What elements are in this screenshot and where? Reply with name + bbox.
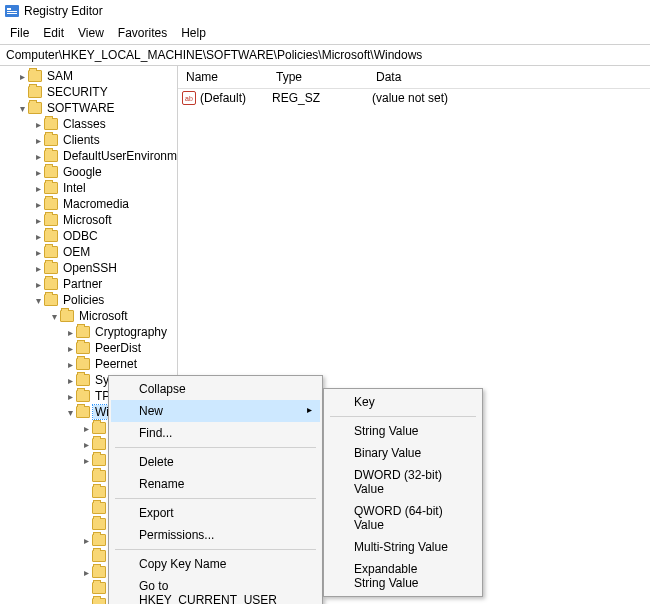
expand-icon[interactable]	[32, 215, 44, 226]
ctx-new-dword[interactable]: DWORD (32-bit) Value	[326, 464, 480, 500]
expand-icon[interactable]	[16, 103, 28, 114]
tree-item-peerdist[interactable]: PeerDist	[0, 340, 177, 356]
folder-icon	[44, 150, 58, 162]
ctx-rename[interactable]: Rename	[111, 473, 320, 495]
tree-item-policies-microsoft[interactable]: Microsoft	[0, 308, 177, 324]
expand-icon[interactable]	[32, 183, 44, 194]
ctx-new-key[interactable]: Key	[326, 391, 480, 413]
expand-icon[interactable]	[32, 295, 44, 306]
expand-icon[interactable]	[64, 359, 76, 370]
folder-icon	[44, 246, 58, 258]
title: Registry Editor	[24, 4, 103, 18]
tree-item-intel[interactable]: Intel	[0, 180, 177, 196]
tree-item-openssh[interactable]: OpenSSH	[0, 260, 177, 276]
expand-icon[interactable]	[64, 391, 76, 402]
ctx-new-expandable[interactable]: Expandable String Value	[326, 558, 480, 594]
tree-item-defaultuserenv[interactable]: DefaultUserEnvironme	[0, 148, 177, 164]
folder-icon	[92, 438, 106, 450]
folder-icon	[76, 374, 90, 386]
tree-item-clients[interactable]: Clients	[0, 132, 177, 148]
expand-icon[interactable]	[32, 167, 44, 178]
folder-icon	[92, 534, 106, 546]
folder-icon	[76, 358, 90, 370]
expand-icon[interactable]	[48, 311, 60, 322]
ctx-copykey[interactable]: Copy Key Name	[111, 553, 320, 575]
svg-rect-3	[7, 13, 17, 14]
menu-file[interactable]: File	[4, 24, 35, 42]
folder-icon	[44, 182, 58, 194]
context-submenu-new: Key String Value Binary Value DWORD (32-…	[323, 388, 483, 597]
tree-item-microsoft[interactable]: Microsoft	[0, 212, 177, 228]
ctx-new-qword[interactable]: QWORD (64-bit) Value	[326, 500, 480, 536]
expand-icon[interactable]	[80, 455, 92, 466]
tree-item-macromedia[interactable]: Macromedia	[0, 196, 177, 212]
separator	[115, 498, 316, 499]
list-header: Name Type Data	[178, 66, 650, 89]
tree-item-classes[interactable]: Classes	[0, 116, 177, 132]
folder-icon	[92, 470, 106, 482]
expand-icon[interactable]	[32, 119, 44, 130]
expand-icon[interactable]	[32, 151, 44, 162]
menu-edit[interactable]: Edit	[37, 24, 70, 42]
expand-icon[interactable]	[80, 567, 92, 578]
expand-icon[interactable]	[64, 375, 76, 386]
menu-help[interactable]: Help	[175, 24, 212, 42]
expand-icon[interactable]	[16, 71, 28, 82]
menu-favorites[interactable]: Favorites	[112, 24, 173, 42]
expand-icon[interactable]	[80, 535, 92, 546]
col-type[interactable]: Type	[268, 66, 368, 88]
separator	[115, 447, 316, 448]
expand-icon[interactable]	[64, 343, 76, 354]
ctx-find[interactable]: Find...	[111, 422, 320, 444]
ctx-permissions[interactable]: Permissions...	[111, 524, 320, 546]
folder-icon	[92, 582, 106, 594]
tree-item-google[interactable]: Google	[0, 164, 177, 180]
value-row-default[interactable]: (Default) REG_SZ (value not set)	[178, 89, 650, 107]
ctx-new-string[interactable]: String Value	[326, 420, 480, 442]
expand-icon[interactable]	[80, 439, 92, 450]
menu-view[interactable]: View	[72, 24, 110, 42]
col-name[interactable]: Name	[178, 66, 268, 88]
tree-item-partner[interactable]: Partner	[0, 276, 177, 292]
folder-icon	[28, 86, 42, 98]
address-bar[interactable]: Computer\HKEY_LOCAL_MACHINE\SOFTWARE\Pol…	[0, 45, 650, 66]
folder-icon	[60, 310, 74, 322]
expand-icon[interactable]	[80, 423, 92, 434]
folder-icon	[92, 502, 106, 514]
tree-item-security[interactable]: SECURITY	[0, 84, 177, 100]
folder-icon	[92, 598, 106, 604]
folder-icon	[44, 166, 58, 178]
expand-icon[interactable]	[32, 231, 44, 242]
folder-icon	[44, 118, 58, 130]
folder-icon	[44, 230, 58, 242]
separator	[330, 416, 476, 417]
tree-item-software[interactable]: SOFTWARE	[0, 100, 177, 116]
tree-item-odbc[interactable]: ODBC	[0, 228, 177, 244]
ctx-new-multistring[interactable]: Multi-String Value	[326, 536, 480, 558]
titlebar: Registry Editor	[0, 0, 650, 22]
col-data[interactable]: Data	[368, 66, 650, 88]
expand-icon[interactable]	[32, 247, 44, 258]
ctx-delete[interactable]: Delete	[111, 451, 320, 473]
expand-icon[interactable]	[32, 135, 44, 146]
tree-item-peernet[interactable]: Peernet	[0, 356, 177, 372]
ctx-goto-hkcu[interactable]: Go to HKEY_CURRENT_USER	[111, 575, 320, 604]
ctx-collapse[interactable]: Collapse	[111, 378, 320, 400]
expand-icon[interactable]	[64, 407, 76, 418]
expand-icon[interactable]	[32, 199, 44, 210]
folder-icon	[44, 214, 58, 226]
tree-item-sam[interactable]: SAM	[0, 68, 177, 84]
folder-icon	[76, 342, 90, 354]
regedit-icon	[4, 3, 20, 19]
expand-icon[interactable]	[64, 327, 76, 338]
ctx-new-binary[interactable]: Binary Value	[326, 442, 480, 464]
tree-item-cryptography[interactable]: Cryptography	[0, 324, 177, 340]
ctx-new[interactable]: New▸	[111, 400, 320, 422]
expand-icon[interactable]	[32, 263, 44, 274]
tree-item-policies[interactable]: Policies	[0, 292, 177, 308]
submenu-arrow-icon: ▸	[307, 404, 312, 415]
expand-icon[interactable]	[32, 279, 44, 290]
tree-item-oem[interactable]: OEM	[0, 244, 177, 260]
ctx-export[interactable]: Export	[111, 502, 320, 524]
folder-icon	[44, 134, 58, 146]
